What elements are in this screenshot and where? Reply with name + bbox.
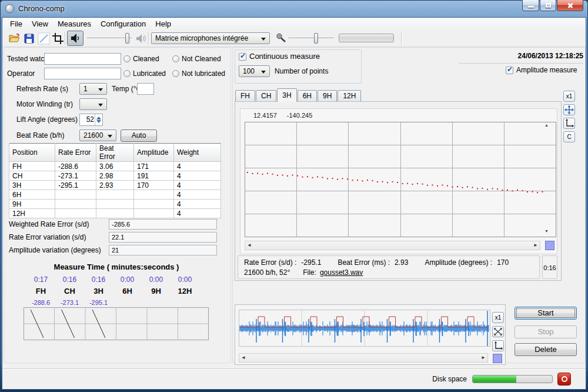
menu-item-file[interactable]: File [5,18,27,30]
measure-time-column: 0:0012H [171,275,199,307]
continuous-measure-checkbox[interactable]: ✔ [239,53,246,61]
tab-9h[interactable]: 9H [318,90,337,102]
measure-time-column: 0:006H [113,275,142,307]
measure-rate-value [113,299,142,307]
start-button[interactable]: Start [514,307,577,320]
chart-corner-button[interactable] [545,241,554,250]
measure-position-label: CH [55,287,84,299]
tab-6h[interactable]: 6H [298,90,317,102]
speaker-muted-button[interactable] [135,32,148,45]
tab-12h[interactable]: 12H [338,90,361,102]
elapsed-timer: 0:16 [542,255,557,279]
menu-item-configuration[interactable]: Configuration [96,18,151,30]
scroll-right-arrow[interactable]: ► [533,242,538,248]
column-header: Weight [174,144,221,162]
minimize-button[interactable] [522,0,539,11]
menu-item-help[interactable]: Help [151,18,176,30]
device-select[interactable]: Matrice microphones intégrée [151,32,270,44]
waveform-panel: x1 ◄ ► [235,304,506,365]
file-label: File: [303,268,316,277]
close-button[interactable] [557,0,583,11]
amplitude-variation-label: Amplitude variation (degrees) [9,244,101,256]
maximize-icon [546,3,551,8]
rate-chart-container: 12.4157 -140.245 ▲ ▼ ◄ ► [240,108,557,254]
amplitude-measure-checkbox[interactable]: ✔ [506,67,513,74]
radio-not-lubricated[interactable] [172,70,179,77]
tested-watch-input[interactable] [44,53,121,65]
measure-time-column: 0:009H [142,275,171,307]
waveform-plot[interactable] [239,307,490,350]
menu-item-measures[interactable]: Measures [53,18,96,30]
volume-slider[interactable] [87,32,132,44]
scroll-left-arrow[interactable]: ◄ [241,355,246,360]
tab-ch[interactable]: CH [256,90,276,102]
record-button[interactable] [557,373,571,386]
scroll-down-arrow[interactable]: ▼ [544,229,549,233]
rate-error-variation-value: 22.1 [109,232,217,242]
operator-input[interactable] [44,68,121,79]
waveform-fit-button[interactable] [492,326,504,337]
volume-slider-handle[interactable] [125,33,129,44]
tab-fh[interactable]: FH [235,90,255,102]
menu-item-view[interactable]: View [27,18,53,30]
radio-cleaned[interactable] [123,55,131,62]
lift-angle-label: Lift Angle (degrees) [16,114,78,125]
datetime: 24/06/2013 12:18:25 [459,50,583,62]
speaker-button[interactable] [67,31,83,46]
measure-rate-value: -273.1 [55,299,84,307]
microphone-button[interactable] [275,32,288,45]
chart-axes-button[interactable] [563,118,575,129]
mic-gain-slider-handle[interactable] [314,33,318,44]
column-header: Amplitude [134,144,174,162]
waveform-axes-button[interactable] [492,340,504,351]
waveform-corner-button[interactable] [493,354,502,363]
maximize-button[interactable] [540,0,556,11]
app-icon [5,4,14,13]
measure-time-value: 0:00 [171,275,199,287]
lift-angle-spinner[interactable]: 52 [79,114,103,126]
scroll-left-arrow[interactable]: ◄ [247,242,252,248]
amplitude-label: Amplitude (degrees) : [425,258,492,267]
measure-time-column: 0:16CH-273.1 [55,275,84,307]
scroll-up-arrow[interactable]: ▲ [544,123,549,127]
points-select[interactable]: 100 [239,65,270,77]
file-link[interactable]: gousset3.wav [320,268,363,277]
motor-winding-select[interactable] [79,98,107,110]
delete-button[interactable]: Delete [514,343,577,356]
check-icon: ✔ [507,65,513,74]
measure-time-value: 0:16 [84,275,113,287]
auto-button[interactable]: Auto [121,129,157,142]
mic-gain-slider[interactable] [288,32,334,44]
waveform-zoom-reset-button[interactable]: x1 [492,312,504,323]
beat-rate-select[interactable]: 21600 [79,129,116,141]
radio-lubricated[interactable] [123,70,131,77]
line-tool-button[interactable] [38,32,50,45]
chart-zoom-reset-button[interactable]: x1 [563,91,575,102]
open-button[interactable] [8,32,21,45]
chart-clear-button[interactable]: C [563,131,575,142]
points-label: Number of points [275,65,328,77]
scroll-right-arrow[interactable]: ► [481,355,486,360]
titlebar[interactable]: Chrono-comp [0,0,588,18]
rate-chart-plot[interactable] [245,122,556,237]
spin-up-icon[interactable] [96,117,101,119]
temp-input[interactable] [137,83,154,95]
crop-button[interactable] [52,32,64,45]
folder-open-icon [8,32,21,45]
tab-3h[interactable]: 3H [277,88,296,102]
radio-not-cleaned-label: Not Cleaned [182,53,221,65]
chart-pan-button[interactable] [563,104,575,115]
measure-time-value: 0:17 [26,275,55,287]
beat-error-label: Beat Error (ms) : [338,258,390,267]
cursor-x-readout: 12.4157 [253,112,277,119]
waveform-h-scrollbar[interactable]: ◄ ► [239,353,488,363]
stop-button[interactable]: Stop [514,325,577,338]
save-button[interactable] [23,32,35,45]
measure-rate-value [171,299,199,307]
radio-not-cleaned[interactable] [172,55,179,62]
refresh-rate-select[interactable]: 1 [79,83,107,95]
spin-down-icon[interactable] [96,120,101,123]
chart-h-scrollbar[interactable]: ◄ ► [245,241,540,250]
motor-winding-label: Motor Winding (tr) [16,98,73,110]
menubar: FileViewMeasuresConfigurationHelp [2,18,586,30]
